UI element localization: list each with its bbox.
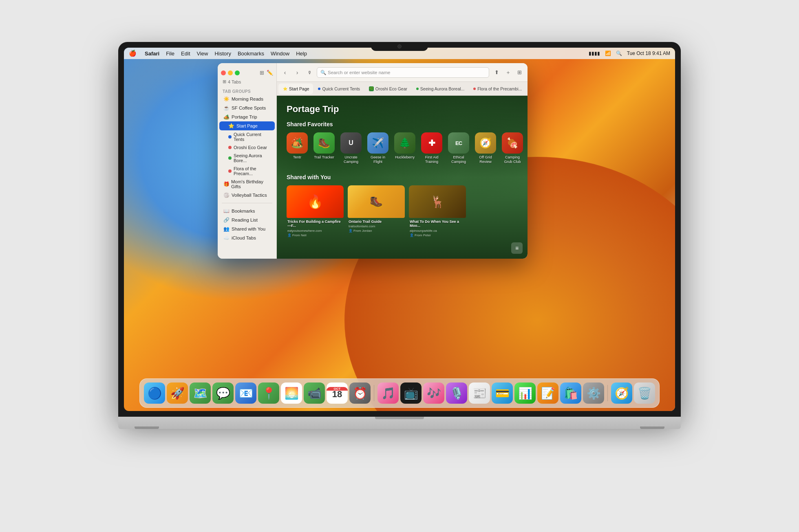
tab-start-page[interactable]: ⭐ Start Page [278, 84, 313, 94]
trail-tracker-label: Trail Tracker [314, 155, 334, 160]
dock-messages[interactable]: 💬 [212, 383, 234, 404]
dock-pages[interactable]: 📝 [537, 383, 558, 404]
shared-you-icon: 👥 [223, 226, 230, 232]
dock-maps2[interactable]: 📍 [258, 383, 279, 404]
trail-tracker-icon: 🥾 [313, 132, 335, 154]
menu-edit[interactable]: Edit [181, 51, 190, 57]
search-icon-small: 🔍 [320, 70, 326, 75]
dock-finder[interactable]: 🔵 [144, 383, 165, 404]
dock-system-prefs[interactable]: ⚙️ [583, 383, 604, 404]
aurora-dot [228, 156, 232, 160]
fav-trail-tracker[interactable]: 🥾 Trail Tracker [313, 132, 335, 164]
minimize-button[interactable] [228, 70, 233, 75]
dock-music-app[interactable]: 🎵 [377, 383, 399, 404]
share-button[interactable]: ⬆ [492, 68, 501, 77]
swu-card-campfire[interactable]: Tricks For Building a Campfire—F... eaty… [287, 185, 344, 238]
sidebar-item-bookmarks[interactable]: 📖 Bookmarks [219, 207, 275, 215]
menu-history[interactable]: History [214, 51, 231, 57]
tab-overview-button[interactable]: ⊞ [514, 68, 524, 77]
start-page-content: Portage Trip Shared Favorites 🏕️ Tentr [277, 96, 528, 259]
coffee-spots-label: SF Coffee Spots [232, 106, 266, 110]
fav-camping-grub[interactable]: 🍖 Camping Grub Club [502, 132, 523, 164]
sidebar-subitem-oroshi[interactable]: Oroshi Eco Gear [219, 143, 275, 152]
menu-view[interactable]: View [197, 51, 208, 57]
moose-info: What To Do When You See a Moo... alpinou… [409, 218, 466, 238]
wifi-icon: 📶 [605, 51, 611, 56]
fav-first-aid[interactable]: ✚ First Aid Training [421, 132, 442, 164]
tab-aurora[interactable]: Seeing Aurora Boreal... [412, 84, 468, 94]
tab-quick-tents[interactable]: Quick Current Tents [314, 84, 364, 94]
dock-news[interactable]: 📰 [469, 383, 490, 404]
fav-off-grid[interactable]: 🧭 Off Grid Review [475, 132, 496, 164]
dock-apple-tv[interactable]: 📺 [400, 383, 422, 404]
ontario-info: Ontario Trail Guide trailsofontario.com … [348, 218, 405, 234]
forward-button[interactable]: › [292, 68, 302, 77]
sidebar-item-morning-reads[interactable]: ☀️ Morning Reads [219, 95, 275, 103]
menu-bookmarks[interactable]: Bookmarks [238, 51, 264, 57]
volleyball-label: Volleyball Tactics [232, 193, 267, 198]
back-button[interactable]: ‹ [280, 68, 290, 77]
search-icon[interactable]: 🔍 [616, 51, 622, 56]
menu-file[interactable]: File [166, 51, 174, 57]
dock-maps[interactable]: 🗺️ [190, 383, 211, 404]
dock-photos[interactable]: 🌅 [281, 383, 302, 404]
dock-itunes[interactable]: 🎶 [423, 383, 444, 404]
sidebar-subitem-flora[interactable]: Flora of the Precam... [219, 165, 275, 178]
moose-image [409, 185, 466, 218]
dock-calendar[interactable]: OCT 18 [327, 383, 348, 404]
new-tab-button[interactable]: ＋ [503, 68, 513, 77]
sidebar-item-moms-birthday[interactable]: 🎁 Mom's Birthday Gifts [219, 178, 275, 191]
dock-launchpad[interactable]: 🚀 [167, 383, 188, 404]
dock-timemachine[interactable]: ⏰ [349, 383, 371, 404]
dock-facetime[interactable]: 📹 [304, 383, 325, 404]
fav-ethical-camping[interactable]: EC Ethical Camping [448, 132, 469, 164]
sidebar-item-volleyball[interactable]: 🏐 Volleyball Tactics [219, 191, 275, 200]
dock-app-store[interactable]: 🛍️ [560, 383, 581, 404]
sidebar-subitem-quick-tents[interactable]: Quick Current Tents [219, 130, 275, 143]
sidebar-edit-icon[interactable]: ✏️ [267, 70, 273, 76]
sidebar-tabs-icon[interactable]: ⊞ [260, 70, 264, 76]
microphone-button[interactable]: 🎙 [305, 68, 314, 77]
address-bar[interactable]: 🔍 Search or enter website name [317, 67, 489, 78]
sidebar-subitem-aurora[interactable]: Seeing Aurora Bore... [219, 152, 275, 165]
moose-from-text: From Peter [415, 233, 431, 237]
maximize-button[interactable] [235, 70, 240, 75]
icloud-icon: ☁️ [223, 235, 230, 241]
off-grid-icon: 🧭 [475, 132, 496, 154]
fav-tentr[interactable]: 🏕️ Tentr [287, 132, 308, 164]
browser-content: Portage Trip Shared Favorites 🏕️ Tentr [277, 96, 528, 259]
close-button[interactable] [221, 70, 226, 75]
dock-trash[interactable]: 🗑️ [634, 383, 655, 404]
apple-menu[interactable]: 🍎 [129, 50, 137, 57]
menu-items: Safari File Edit View History Bookmarks … [145, 51, 307, 57]
swu-card-moose[interactable]: What To Do When You See a Moo... alpinou… [409, 185, 466, 238]
fav-uncrate[interactable]: U Uncrate Camping [340, 132, 362, 164]
menu-window[interactable]: Window [271, 51, 289, 57]
sidebar-subitem-start-page[interactable]: ⭐ Start Page [219, 121, 275, 130]
dock-numbers[interactable]: 📊 [514, 383, 536, 404]
sidebar-item-portage-trip[interactable]: 🏕️ Portage Trip [219, 112, 275, 121]
fav-huckleberry[interactable]: 🌲 Huckleberry [394, 132, 415, 164]
reading-list-icon: 🔗 [223, 217, 230, 223]
menu-safari[interactable]: Safari [145, 51, 159, 57]
tab-oroshi[interactable]: 🌿 Oroshi Eco Gear [365, 84, 411, 94]
start-page-tab-label: Start Page [289, 86, 309, 91]
sidebar-item-shared-with-you[interactable]: 👥 Shared with You [219, 224, 275, 233]
dock-wallet[interactable]: 💳 [492, 383, 513, 404]
menu-help[interactable]: Help [296, 51, 307, 57]
off-grid-label: Off Grid Review [475, 155, 496, 164]
campfire-url: eatyouisomewhere.com [287, 229, 343, 233]
sidebar-item-reading-list[interactable]: 🔗 Reading List [219, 215, 275, 224]
tab-flora[interactable]: Flora of the Precambi... [469, 84, 526, 94]
aurora-label: Seeing Aurora Bore... [234, 153, 271, 163]
reading-list-label: Reading List [232, 218, 258, 222]
fav-geese[interactable]: ✈️ Geese in Flight [367, 132, 388, 164]
sidebar-item-icloud-tabs[interactable]: ☁️ iCloud Tabs [219, 233, 275, 242]
dock-podcasts[interactable]: 🎙️ [446, 383, 467, 404]
dock-safari[interactable]: 🧭 [611, 383, 632, 404]
sidebar: ⊞ ✏️ ⊞ 4 Tabs Tab Groups ☀️ Morning Read… [218, 63, 277, 259]
uncrate-label: Uncrate Camping [340, 155, 362, 164]
sidebar-item-coffee-spots[interactable]: ☕ SF Coffee Spots [219, 103, 275, 112]
dock-mail[interactable]: 📧 [235, 383, 256, 404]
swu-card-ontario[interactable]: Ontario Trail Guide trailsofontario.com … [348, 185, 405, 238]
